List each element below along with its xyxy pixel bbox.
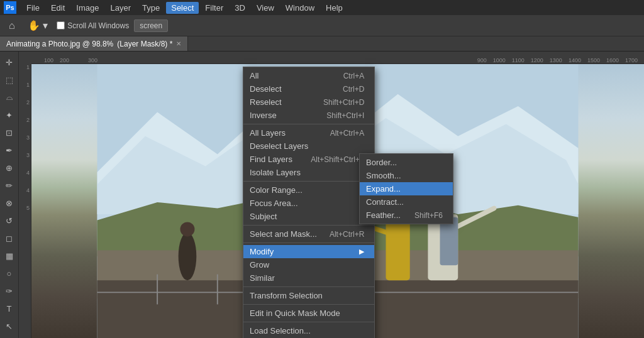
menu-file[interactable]: File bbox=[21, 2, 45, 14]
menu-item-select-mask[interactable]: Select and Mask... Alt+Ctrl+R bbox=[243, 227, 374, 241]
menu-item-grow[interactable]: Grow bbox=[243, 258, 374, 271]
menu-item-isolate-layers[interactable]: Isolate Layers bbox=[243, 166, 374, 179]
menu-item-all[interactable]: All Ctrl+A bbox=[243, 69, 374, 82]
screen-button[interactable]: screen bbox=[134, 19, 168, 32]
menu-item-find-layers[interactable]: Find Layers Alt+Shift+Ctrl+F bbox=[243, 153, 374, 166]
menu-item-deselect[interactable]: Deselect Ctrl+D bbox=[243, 82, 374, 95]
menu-help[interactable]: Help bbox=[321, 2, 348, 14]
ruler-tick: 1000 bbox=[493, 57, 512, 63]
doc-tab-label: Animating a Photo.jpg @ 98.8% bbox=[6, 40, 113, 48]
clone-tool[interactable]: ⊗ bbox=[1, 195, 18, 211]
menu-item-modify[interactable]: Modify ▶ bbox=[243, 245, 374, 258]
gradient-tool[interactable]: ▦ bbox=[1, 248, 18, 264]
lasso-tool[interactable]: ⌓ bbox=[1, 89, 18, 106]
ruler-tick: 1100 bbox=[512, 57, 531, 63]
history-brush[interactable]: ↺ bbox=[1, 212, 18, 229]
menu-separator bbox=[243, 304, 374, 305]
menu-item-similar[interactable]: Similar bbox=[243, 271, 374, 285]
menu-edit[interactable]: Edit bbox=[46, 2, 70, 14]
ruler-tick-left: 2 bbox=[26, 117, 31, 123]
menu-item-reselect[interactable]: Reselect Shift+Ctrl+D bbox=[243, 95, 374, 109]
eyedropper-tool[interactable]: ✒ bbox=[1, 142, 18, 158]
menu-item-border[interactable]: Border... bbox=[360, 156, 453, 169]
menu-view[interactable]: View bbox=[252, 2, 279, 14]
ruler-tick: 100 bbox=[44, 57, 60, 63]
menu-type[interactable]: Type bbox=[137, 2, 165, 14]
menu-image[interactable]: Image bbox=[71, 2, 104, 14]
scroll-all-checkbox[interactable] bbox=[57, 21, 65, 30]
ruler-tick-left: 2 bbox=[26, 99, 31, 106]
path-tool[interactable]: ↖ bbox=[1, 318, 18, 334]
svg-point-6 bbox=[179, 232, 197, 280]
canvas-area: 100 200 300 900 1000 1100 1200 1300 1400… bbox=[19, 52, 644, 338]
ruler-tick: 200 bbox=[60, 57, 88, 63]
ruler-tick: 900 bbox=[477, 57, 493, 63]
menu-filter[interactable]: Filter bbox=[200, 2, 228, 14]
doc-tabs: Animating a Photo.jpg @ 98.8% (Layer Mas… bbox=[0, 36, 644, 52]
left-toolbar: ✛ ⬚ ⌓ ✦ ⊡ ✒ ⊕ ✏ ⊗ ↺ ◻ ▦ ○ ✑ T ↖ bbox=[0, 52, 19, 338]
menu-separator bbox=[243, 124, 374, 124]
menu-window[interactable]: Window bbox=[280, 2, 319, 14]
doc-tab-photo[interactable]: Animating a Photo.jpg @ 98.8% (Layer Mas… bbox=[0, 36, 188, 51]
menu-item-quick-mask[interactable]: Edit in Quick Mask Mode bbox=[243, 307, 374, 320]
brush-tool[interactable]: ✏ bbox=[1, 177, 18, 194]
menu-item-subject[interactable]: Subject bbox=[243, 210, 374, 223]
menu-separator bbox=[243, 181, 374, 182]
menu-item-transform-selection[interactable]: Transform Selection bbox=[243, 289, 374, 302]
menu-item-color-range[interactable]: Color Range... bbox=[243, 183, 374, 197]
ruler-tick-left: 1 bbox=[26, 82, 31, 88]
menu-item-expand[interactable]: Expand... bbox=[360, 182, 453, 195]
menu-separator bbox=[243, 225, 374, 226]
ruler-tick-left: 3 bbox=[26, 134, 31, 141]
ruler-tick: 1600 bbox=[606, 57, 625, 63]
select-dropdown-menu: All Ctrl+A Deselect Ctrl+D Reselect Shif… bbox=[243, 67, 375, 338]
ruler-left: 1 1 2 2 3 3 4 4 5 bbox=[19, 64, 31, 338]
hand-tool[interactable]: ✋ ▾ bbox=[24, 18, 52, 33]
menu-item-load-selection[interactable]: Load Selection... bbox=[243, 324, 374, 337]
menu-item-inverse[interactable]: Inverse Shift+Ctrl+I bbox=[243, 109, 374, 122]
ruler-tick-left: 4 bbox=[26, 170, 31, 176]
ruler-top: 100 200 300 900 1000 1100 1200 1300 1400… bbox=[31, 52, 644, 64]
ruler-tick-left: 4 bbox=[26, 187, 31, 194]
move-tool[interactable]: ✛ bbox=[1, 54, 18, 70]
home-button[interactable]: ⌂ bbox=[5, 18, 19, 33]
menu-separator bbox=[243, 322, 374, 322]
heal-tool[interactable]: ⊕ bbox=[1, 160, 18, 176]
doc-tab-close[interactable]: ✕ bbox=[176, 40, 181, 47]
ruler-tick-left: 1 bbox=[26, 64, 31, 70]
main-area: ✛ ⬚ ⌓ ✦ ⊡ ✒ ⊕ ✏ ⊗ ↺ ◻ ▦ ○ ✑ T ↖ 100 200 … bbox=[0, 52, 644, 338]
scroll-all-windows-label: Scroll All Windows bbox=[57, 21, 129, 30]
wand-tool[interactable]: ✦ bbox=[1, 107, 18, 123]
ruler-tick: 1500 bbox=[587, 57, 606, 63]
modify-submenu: Border... Smooth... Expand... Contract..… bbox=[359, 153, 453, 224]
menu-bar: Ps File Edit Image Layer Type Select Fil… bbox=[0, 0, 644, 15]
menu-separator bbox=[243, 243, 374, 243]
menu-item-focus-area[interactable]: Focus Area... bbox=[243, 197, 374, 210]
svg-rect-14 bbox=[440, 217, 458, 265]
menu-item-smooth[interactable]: Smooth... bbox=[360, 169, 453, 182]
ruler-tick: 1300 bbox=[550, 57, 569, 63]
menu-item-contract[interactable]: Contract... bbox=[360, 195, 453, 209]
pen-tool[interactable]: ✑ bbox=[1, 283, 18, 299]
eraser-tool[interactable]: ◻ bbox=[1, 230, 18, 246]
marquee-tool[interactable]: ⬚ bbox=[1, 72, 18, 88]
ruler-tick: 300 bbox=[88, 57, 116, 63]
menu-3d[interactable]: 3D bbox=[230, 2, 250, 14]
crop-tool[interactable]: ⊡ bbox=[1, 124, 18, 141]
ruler-tick: 1700 bbox=[625, 57, 644, 63]
menu-select[interactable]: Select bbox=[166, 2, 199, 14]
svg-point-7 bbox=[180, 222, 194, 236]
submenu-arrow-icon: ▶ bbox=[359, 248, 364, 256]
ps-logo: Ps bbox=[4, 1, 16, 14]
menu-item-deselect-layers[interactable]: Deselect Layers bbox=[243, 139, 374, 153]
toolbar-row: ⌂ ✋ ▾ Scroll All Windows screen bbox=[0, 15, 644, 36]
ruler-tick: 1400 bbox=[569, 57, 587, 63]
dodge-tool[interactable]: ○ bbox=[1, 265, 18, 281]
type-tool[interactable]: T bbox=[1, 300, 18, 317]
menu-separator bbox=[243, 286, 374, 287]
menu-item-feather[interactable]: Feather... Shift+F6 bbox=[360, 209, 453, 222]
doc-tab-suffix: (Layer Mask/8) * bbox=[117, 40, 172, 48]
menu-item-all-layers[interactable]: All Layers Alt+Ctrl+A bbox=[243, 126, 374, 139]
ruler-tick: 1200 bbox=[531, 57, 550, 63]
menu-layer[interactable]: Layer bbox=[106, 2, 136, 14]
